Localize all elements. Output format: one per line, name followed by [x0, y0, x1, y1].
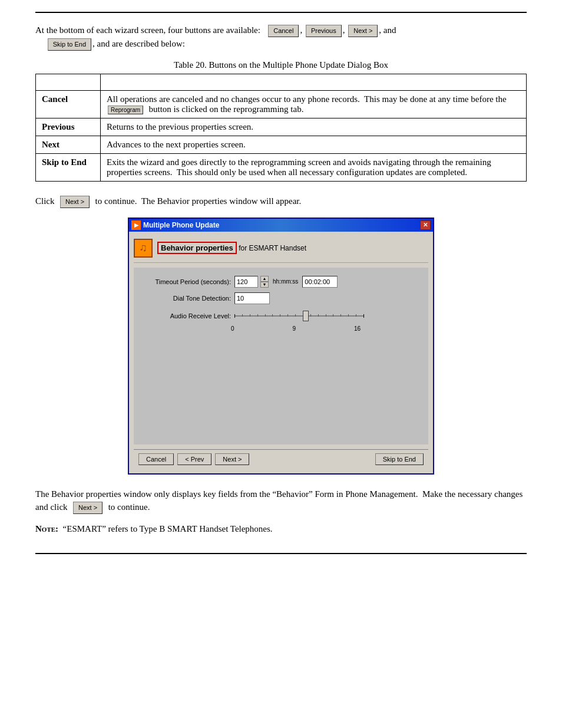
timeout-label: Timeout Period (seconds): — [146, 278, 231, 285]
spinner-buttons: ▲ ▼ — [260, 276, 269, 288]
tick — [310, 314, 311, 317]
dialog-wrapper: ▶ Multiple Phone Update ✕ ♫ Behavior pro… — [35, 218, 527, 475]
tick — [280, 314, 280, 317]
audio-level-row: Audio Receive Level: — [146, 309, 416, 323]
table-header-row — [36, 74, 527, 90]
audio-slider-container[interactable] — [234, 309, 364, 323]
dialog-content-area: Timeout Period (seconds): ▲ ▼ hh:mm:ss — [134, 268, 428, 444]
titlebar-left: ▶ Multiple Phone Update — [131, 220, 219, 230]
next-label: Next — [36, 136, 101, 153]
hhmm-input[interactable] — [302, 276, 338, 288]
click-paragraph: Click Next > to continue. The Behavior p… — [35, 195, 527, 208]
spinner-down[interactable]: ▼ — [260, 282, 269, 288]
header-col1 — [36, 74, 101, 90]
previous-desc: Returns to the previous properties scree… — [101, 118, 527, 136]
reprogram-btn-ref: Reprogram — [108, 106, 143, 114]
cancel-button[interactable]: Cancel — [138, 453, 174, 465]
next-btn-ref2: Next > — [73, 502, 103, 514]
skip-to-end-button[interactable]: Skip to End — [375, 453, 424, 465]
tick — [295, 314, 296, 317]
top-rule — [35, 12, 527, 13]
slider-mid-label: 9 — [292, 325, 296, 332]
dialog-header-text: Behavior properties for ESMART Handset — [157, 242, 306, 254]
table-row: Previous Returns to the previous propert… — [36, 118, 527, 136]
skip-inline: Skip to End — [48, 38, 91, 51]
timeout-spinner-group: ▲ ▼ hh:mm:ss — [234, 276, 338, 288]
dialog-orange-icon: ♫ — [134, 239, 153, 258]
slider-max-label: 16 — [354, 325, 361, 332]
tick — [333, 314, 333, 317]
note-paragraph: Note: “ESMART” refers to Type B SMART Ha… — [35, 522, 527, 536]
tick — [356, 314, 356, 317]
dial-tone-row: Dial Tone Detection: — [146, 292, 416, 304]
intro-paragraph: At the bottom of each wizard screen, fou… — [35, 24, 527, 51]
dialog-body: ♫ Behavior properties for ESMART Handset… — [129, 232, 433, 473]
next-button[interactable]: Next > — [215, 453, 249, 465]
note-label: Note: — [35, 524, 58, 533]
next-inline: Next > — [348, 25, 378, 37]
tick — [234, 314, 235, 318]
bottom-paragraph: The Behavior properties window only disp… — [35, 487, 527, 514]
header-col2 — [101, 74, 527, 90]
cancel-inline: Cancel — [268, 25, 299, 37]
dialog-titlebar: ▶ Multiple Phone Update ✕ — [129, 219, 433, 232]
buttons-table: Cancel All operations are canceled and n… — [35, 74, 527, 182]
table-row: Next Advances to the next properties scr… — [36, 136, 527, 153]
table-row: Skip to End Exits the wizard and goes di… — [36, 153, 527, 181]
bottom-rule — [35, 553, 527, 554]
tick — [272, 314, 273, 317]
section-title-rest: for ESMART Handset — [237, 244, 306, 252]
dialog-app-icon: ▶ — [131, 220, 141, 230]
dialog-title: Multiple Phone Update — [143, 221, 219, 229]
tick — [250, 314, 250, 317]
skip-label: Skip to End — [36, 153, 101, 181]
dial-tone-input[interactable] — [234, 292, 270, 304]
tick — [326, 314, 326, 317]
dialog-footer: Cancel < Prev Next > Skip to End — [134, 449, 428, 469]
slider-min-label: 0 — [231, 325, 234, 332]
tick — [265, 314, 266, 317]
tick — [340, 314, 341, 317]
tick — [242, 314, 243, 317]
timeout-input[interactable] — [234, 276, 258, 288]
prev-button[interactable]: < Prev — [177, 453, 211, 465]
tick — [318, 314, 319, 317]
slider-ticks — [234, 314, 364, 318]
next-btn-ref: Next > — [60, 196, 90, 208]
behavior-properties-label: Behavior properties — [157, 242, 237, 254]
slider-thumb[interactable] — [303, 311, 309, 321]
previous-label: Previous — [36, 118, 101, 136]
dialog-window: ▶ Multiple Phone Update ✕ ♫ Behavior pro… — [128, 218, 434, 475]
skip-desc: Exits the wizard and goes directly to th… — [101, 153, 527, 181]
hhmm-label: hh:mm:ss — [273, 278, 298, 285]
table-row: Cancel All operations are canceled and n… — [36, 90, 527, 118]
timeout-row: Timeout Period (seconds): ▲ ▼ hh:mm:ss — [146, 276, 416, 288]
slider-labels: 0 9 16 — [231, 325, 361, 332]
table-caption: Table 20. Buttons on the Multiple Phone … — [35, 60, 527, 70]
cancel-label: Cancel — [36, 90, 101, 118]
tick — [363, 314, 364, 318]
dialog-header-area: ♫ Behavior properties for ESMART Handset — [134, 236, 428, 263]
previous-inline: Previous — [306, 25, 342, 37]
cancel-desc: All operations are canceled and no chang… — [101, 90, 527, 118]
tick — [257, 314, 258, 317]
tick — [287, 314, 288, 317]
audio-level-label: Audio Receive Level: — [146, 312, 231, 319]
dial-tone-label: Dial Tone Detection: — [146, 295, 231, 302]
next-desc: Advances to the next properties screen. — [101, 136, 527, 153]
tick — [348, 314, 349, 317]
dialog-close-button[interactable]: ✕ — [420, 220, 431, 230]
spinner-up[interactable]: ▲ — [260, 276, 269, 282]
